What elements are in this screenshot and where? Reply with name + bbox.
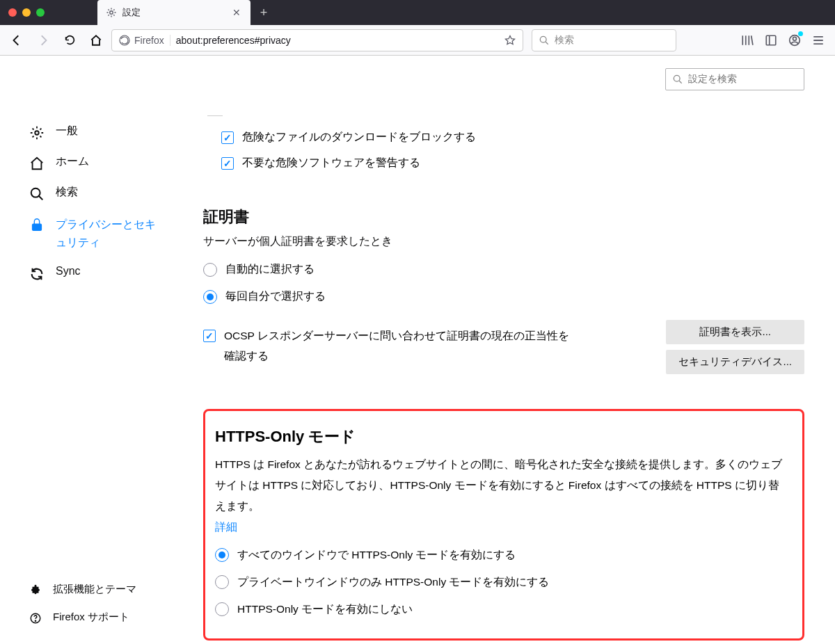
gear-icon	[29, 125, 45, 140]
tab-close-icon[interactable]: ✕	[231, 7, 242, 18]
lock-icon	[29, 217, 45, 232]
section-divider	[207, 115, 223, 116]
checkbox-icon	[221, 131, 234, 144]
security-devices-button[interactable]: セキュリティデバイス...	[666, 350, 804, 374]
svg-point-0	[110, 11, 113, 14]
search-icon	[673, 74, 683, 84]
radio-label: HTTPS-Only モードを有効にしない	[237, 602, 413, 617]
sidebar-label: 拡張機能とテーマ	[53, 583, 136, 596]
account-button[interactable]	[784, 29, 806, 51]
sidebar-item-search[interactable]: 検索	[29, 178, 173, 209]
tab-title: 設定	[122, 6, 225, 19]
svg-point-5	[793, 37, 797, 40]
sidebar-item-general[interactable]: 一般	[29, 117, 173, 147]
identity-label: Firefox	[134, 35, 164, 46]
search-icon	[539, 35, 549, 45]
radio-cert-auto[interactable]: 自動的に選択する	[203, 256, 804, 283]
svg-point-2	[540, 36, 546, 42]
library-button[interactable]	[736, 29, 758, 51]
svg-point-11	[674, 75, 680, 81]
checkbox-label: OCSP レスポンダーサーバーに問い合わせて証明書の現在の正当性を確認する	[224, 325, 572, 367]
url-text: about:preferences#privacy	[176, 35, 499, 46]
radio-label: プライベートウインドウのみ HTTPS-Only モードを有効にする	[237, 575, 549, 590]
radio-icon	[215, 602, 229, 616]
svg-rect-3	[766, 35, 776, 45]
section-title: 証明書	[203, 207, 804, 227]
forward-button[interactable]	[32, 29, 54, 51]
search-settings-input[interactable]: 設定を検索	[665, 68, 804, 90]
bookmark-star-icon[interactable]	[504, 35, 516, 46]
reload-button[interactable]	[58, 29, 81, 51]
section-subtitle: サーバーが個人証明書を要求したとき	[203, 234, 804, 249]
back-button[interactable]	[6, 29, 28, 51]
radio-label: 自動的に選択する	[225, 262, 315, 277]
preferences-sidebar: 一般 ホーム 検索 プライバシーとセキュリティ Sync 拡張機能とテーマ Fi…	[0, 56, 173, 644]
search-placeholder: 検索	[555, 34, 574, 47]
radio-label: 毎回自分で選択する	[225, 289, 326, 304]
new-tab-button[interactable]: +	[253, 2, 274, 23]
learn-more-link[interactable]: 詳細	[215, 520, 237, 535]
puzzle-icon	[29, 584, 42, 597]
sidebar-label: 一般	[56, 124, 78, 138]
radio-icon	[215, 548, 229, 562]
section-description: HTTPS は Firefox とあなたが訪れるウェブサイトとの間に、暗号化され…	[215, 454, 787, 517]
search-icon	[29, 186, 45, 202]
svg-point-6	[35, 131, 39, 135]
sidebar-label: 検索	[56, 185, 78, 200]
navigation-toolbar: Firefox about:preferences#privacy 検索	[0, 25, 835, 56]
home-icon	[29, 156, 45, 171]
checkbox-label: 危険なファイルのダウンロードをブロックする	[242, 130, 476, 145]
radio-icon	[203, 290, 217, 304]
menu-button[interactable]	[807, 29, 829, 51]
checkbox-block-dangerous[interactable]: 危険なファイルのダウンロードをブロックする	[203, 124, 804, 150]
checkbox-label: 不要な危険ソフトウェアを警告する	[242, 156, 420, 170]
preferences-main: 設定を検索 危険なファイルのダウンロードをブロックする 不要な危険ソフトウェアを…	[173, 56, 835, 644]
search-settings-placeholder: 設定を検索	[688, 73, 737, 86]
checkbox-icon	[221, 157, 234, 170]
home-button[interactable]	[85, 29, 107, 51]
window-close-button[interactable]	[8, 8, 17, 17]
svg-rect-8	[33, 224, 42, 230]
sidebar-item-sync[interactable]: Sync	[29, 258, 173, 289]
sidebar-label: ホーム	[56, 154, 89, 169]
svg-point-7	[31, 188, 40, 198]
sync-icon	[29, 266, 45, 282]
sidebar-item-home[interactable]: ホーム	[29, 147, 173, 178]
radio-cert-manual[interactable]: 毎回自分で選択する	[203, 283, 804, 310]
preferences-panel: 一般 ホーム 検索 プライバシーとセキュリティ Sync 拡張機能とテーマ Fi…	[0, 56, 835, 644]
firefox-icon	[119, 35, 130, 46]
window-maximize-button[interactable]	[36, 8, 45, 17]
window-titlebar: 設定 ✕ +	[0, 0, 835, 25]
traffic-lights	[8, 8, 45, 17]
view-certificates-button[interactable]: 証明書を表示...	[666, 320, 804, 344]
https-only-section: HTTPS-Only モード HTTPS は Firefox とあなたが訪れるウ…	[203, 409, 804, 641]
checkbox-icon	[203, 330, 216, 342]
svg-point-10	[35, 620, 35, 621]
sidebar-label: Firefox サポート	[53, 611, 129, 624]
help-icon	[29, 612, 42, 625]
browser-tab[interactable]: 設定 ✕	[97, 0, 250, 25]
gear-icon	[106, 7, 117, 18]
certificates-section: 証明書 サーバーが個人証明書を要求したとき 自動的に選択する 毎回自分で選択する…	[203, 207, 804, 380]
checkbox-warn-unwanted[interactable]: 不要な危険ソフトウェアを警告する	[203, 150, 804, 176]
sidebar-label: プライバシーとセキュリティ	[56, 216, 159, 251]
window-minimize-button[interactable]	[22, 8, 31, 17]
section-title: HTTPS-Only モード	[215, 426, 787, 447]
sidebar-label: Sync	[56, 265, 81, 277]
site-identity[interactable]: Firefox	[119, 35, 170, 46]
search-bar[interactable]: 検索	[532, 29, 676, 51]
radio-icon	[203, 263, 217, 277]
checkbox-ocsp[interactable]: OCSP レスポンダーサーバーに問い合わせて証明書の現在の正当性を確認する	[203, 320, 572, 372]
sidebar-item-addons[interactable]: 拡張機能とテーマ	[29, 576, 173, 604]
radio-https-private[interactable]: プライベートウインドウのみ HTTPS-Only モードを有効にする	[215, 569, 787, 596]
radio-https-all[interactable]: すべてのウインドウで HTTPS-Only モードを有効にする	[215, 542, 787, 569]
sidebar-toggle-button[interactable]	[760, 29, 782, 51]
radio-https-off[interactable]: HTTPS-Only モードを有効にしない	[215, 596, 787, 623]
sidebar-item-privacy[interactable]: プライバシーとセキュリティ	[29, 209, 173, 258]
sidebar-item-support[interactable]: Firefox サポート	[29, 604, 173, 631]
url-bar[interactable]: Firefox about:preferences#privacy	[111, 29, 523, 51]
radio-label: すべてのウインドウで HTTPS-Only モードを有効にする	[237, 548, 516, 563]
radio-icon	[215, 575, 229, 589]
